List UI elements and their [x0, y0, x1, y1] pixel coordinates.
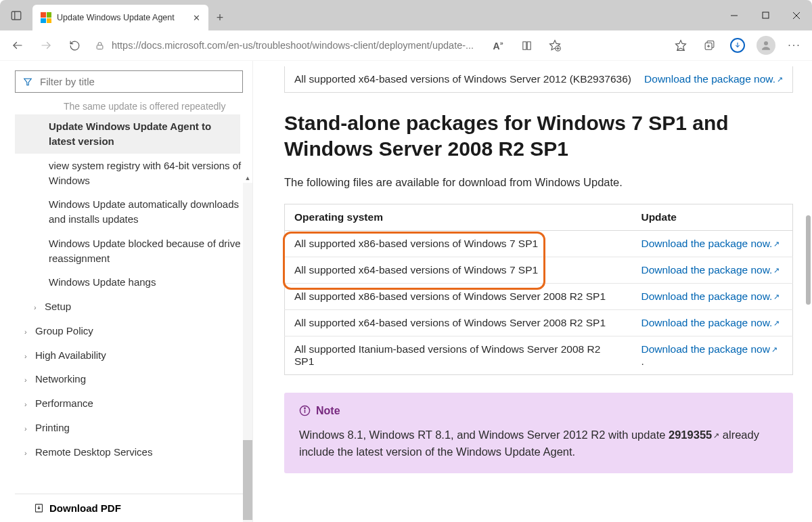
table-cell-os: All supported Itanium-based versions of … — [285, 336, 632, 374]
filter-placeholder: Filter by title — [40, 76, 95, 87]
site-lock-icon — [95, 41, 105, 51]
nav-tree: The same update is offered repeatedly Up… — [15, 98, 250, 464]
table-cell-update: Download the package now.↗ — [631, 257, 792, 283]
download-link[interactable]: Download the package now.↗ — [641, 317, 780, 328]
note-label: Note — [316, 405, 340, 417]
svg-point-25 — [304, 408, 305, 409]
tab-close-button[interactable]: ✕ — [191, 12, 202, 23]
nav-item[interactable]: ›Printing — [15, 416, 250, 440]
table-cell-update: Download the package now.↗ — [631, 283, 792, 309]
section-heading: Stand-alone packages for Windows 7 SP1 a… — [284, 110, 793, 162]
table-cell-update: Download the package now.↗ — [631, 230, 792, 257]
table-cell-os: All supported x64-based versions of Wind… — [285, 257, 632, 283]
download-link[interactable]: Download the package now.↗ — [641, 238, 780, 249]
microsoft-logo-icon — [41, 12, 51, 23]
table-header-update: Update — [631, 204, 792, 230]
add-favorite-button[interactable] — [543, 33, 567, 58]
chevron-right-icon: › — [24, 351, 31, 362]
table-row: All supported x64-based versions of Wind… — [285, 257, 793, 283]
nav-item[interactable]: Windows Update hangs — [15, 270, 250, 295]
more-menu-button[interactable]: ··· — [781, 33, 808, 58]
table-row: All supported x86-based versions of Wind… — [285, 230, 793, 257]
page-scrollbar-thumb[interactable] — [806, 215, 811, 305]
back-button[interactable] — [4, 33, 31, 58]
external-link-icon: ↗ — [773, 240, 780, 248]
address-bar[interactable]: https://docs.microsoft.com/en-us/trouble… — [89, 33, 666, 58]
download-link[interactable]: Download the package now.↗ — [641, 290, 780, 302]
new-tab-button[interactable]: + — [208, 5, 231, 30]
table-row: All supported x64-based versions of Wind… — [285, 309, 793, 336]
packages-table: Operating system Update All supported x8… — [284, 204, 793, 375]
nav-item[interactable]: Windows Update blocked because of drive … — [15, 232, 250, 271]
svg-rect-8 — [97, 45, 103, 49]
chevron-right-icon: › — [24, 375, 31, 386]
downloads-button[interactable] — [724, 33, 751, 58]
tab-actions-button[interactable] — [0, 0, 32, 30]
window-minimize-button[interactable] — [719, 0, 750, 30]
collections-button[interactable] — [696, 33, 723, 58]
url-text: https://docs.microsoft.com/en-us/trouble… — [112, 40, 474, 51]
table-row: All supported x86-based versions of Wind… — [285, 283, 793, 309]
window-maximize-button[interactable] — [750, 0, 781, 30]
scrollbar-thumb[interactable] — [243, 440, 252, 520]
forward-button[interactable] — [32, 33, 60, 58]
intro-paragraph: The following files are available for do… — [284, 176, 793, 189]
read-aloud-button[interactable]: A» — [486, 33, 510, 58]
chevron-right-icon: › — [24, 327, 31, 338]
scrollbar-up-icon[interactable]: ▲ — [243, 173, 252, 183]
nav-item[interactable]: Windows Update automatically downloads a… — [15, 192, 250, 232]
sidebar: Filter by title The same update is offer… — [0, 61, 253, 522]
reader-mode-button[interactable] — [514, 33, 539, 58]
svg-rect-3 — [763, 12, 769, 18]
note-callout: Note Windows 8.1, Windows RT 8.1, and Wi… — [284, 393, 793, 473]
download-link[interactable]: Download the package now↗ — [641, 343, 777, 355]
chevron-right-icon: › — [24, 448, 31, 459]
nav-item[interactable]: view system registry with 64-bit version… — [15, 154, 250, 193]
browser-tab[interactable]: Update Windows Update Agent ✕ — [32, 5, 208, 30]
nav-item-active[interactable]: Update Windows Update Agent to latest ve… — [15, 114, 240, 154]
window-titlebar: Update Windows Update Agent ✕ + — [0, 0, 812, 30]
download-link[interactable]: Download the package now.↗ — [641, 264, 780, 276]
svg-marker-13 — [676, 41, 686, 50]
nav-item[interactable]: ›Performance — [15, 391, 250, 416]
table-cell-update: Download the package now.↗ — [631, 309, 792, 336]
table-cell-os: All supported x86-based versions of Wind… — [285, 230, 632, 257]
svg-point-19 — [764, 41, 768, 45]
nav-item[interactable]: ›Remote Desktop Services — [15, 440, 250, 464]
chevron-right-icon: › — [24, 399, 31, 410]
note-text: Windows 8.1, Windows RT 8.1, and Windows… — [299, 427, 778, 461]
nav-item[interactable]: ›Networking — [15, 367, 250, 391]
external-link-icon: ↗ — [713, 431, 719, 439]
previous-table-row: All supported x64-based versions of Wind… — [284, 66, 793, 93]
nav-item-truncated[interactable]: The same update is offered repeatedly — [15, 98, 250, 114]
chevron-right-icon: › — [34, 303, 41, 313]
nav-item-setup[interactable]: ›Setup — [15, 295, 250, 319]
window-close-button[interactable] — [781, 0, 812, 30]
profile-button[interactable] — [752, 33, 780, 58]
download-link[interactable]: Download the package now.↗ — [644, 73, 783, 85]
table-row: All supported Itanium-based versions of … — [285, 336, 793, 374]
download-pdf-button[interactable]: Download PDF — [15, 494, 250, 522]
table-cell-update: Download the package now↗ . — [631, 336, 792, 374]
main-content: All supported x64-based versions of Wind… — [253, 61, 812, 522]
refresh-button[interactable] — [61, 33, 88, 58]
sidebar-scrollbar[interactable]: ▲ ▼ — [243, 183, 252, 522]
svg-rect-0 — [12, 12, 21, 20]
nav-item[interactable]: ›High Availability — [15, 343, 250, 368]
external-link-icon: ↗ — [773, 292, 780, 301]
svg-marker-20 — [24, 79, 32, 85]
nav-item[interactable]: ›Group Policy — [15, 319, 250, 343]
table-header-os: Operating system — [285, 204, 632, 230]
table-cell-os: All supported x86-based versions of Wind… — [285, 283, 632, 309]
external-link-icon: ↗ — [777, 75, 783, 83]
table-cell-os: All supported x64-based versions of Wind… — [285, 309, 632, 336]
filter-input[interactable]: Filter by title — [15, 70, 243, 93]
chevron-right-icon: › — [24, 424, 31, 435]
tab-title: Update Windows Update Agent — [57, 13, 185, 22]
table-cell-os: All supported x64-based versions of Wind… — [294, 73, 644, 85]
browser-toolbar: https://docs.microsoft.com/en-us/trouble… — [0, 30, 812, 61]
filter-icon — [22, 77, 33, 87]
external-link-icon: ↗ — [773, 319, 780, 327]
download-icon — [34, 503, 44, 513]
favorites-button[interactable] — [667, 33, 694, 58]
